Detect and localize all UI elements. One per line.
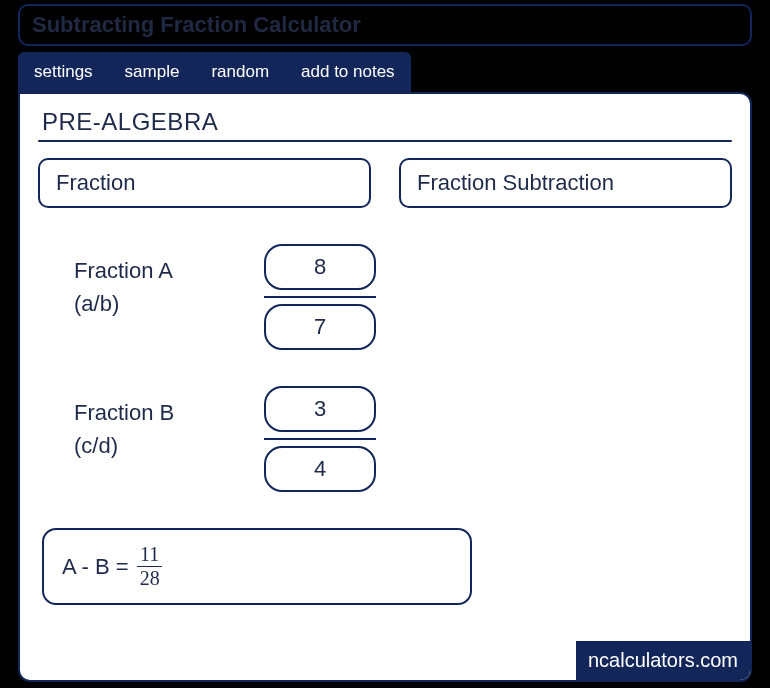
breadcrumb: Fraction Fraction Subtraction bbox=[38, 158, 732, 208]
fraction-a-numerator[interactable] bbox=[264, 244, 376, 290]
fraction-a-hint: (a/b) bbox=[74, 291, 119, 316]
crumb-fraction-subtraction[interactable]: Fraction Subtraction bbox=[399, 158, 732, 208]
fraction-a-denominator[interactable] bbox=[264, 304, 376, 350]
tab-random[interactable]: random bbox=[195, 52, 285, 92]
tab-add-to-notes[interactable]: add to notes bbox=[285, 52, 411, 92]
tab-sample[interactable]: sample bbox=[109, 52, 196, 92]
tab-settings[interactable]: settings bbox=[18, 52, 109, 92]
subject-heading: PRE-ALGEBRA bbox=[42, 108, 732, 136]
brand-badge: ncalculators.com bbox=[576, 641, 750, 680]
fraction-a-inputs bbox=[264, 244, 376, 350]
fraction-b-label-text: Fraction B bbox=[74, 400, 174, 425]
fraction-a-row: Fraction A (a/b) bbox=[74, 244, 732, 350]
fraction-divider bbox=[264, 438, 376, 440]
title-bar: Subtracting Fraction Calculator bbox=[18, 4, 752, 46]
page-title: Subtracting Fraction Calculator bbox=[32, 12, 738, 38]
fraction-b-inputs bbox=[264, 386, 376, 492]
result-box: A - B = 11 28 bbox=[42, 528, 472, 605]
main-panel: PRE-ALGEBRA Fraction Fraction Subtractio… bbox=[18, 92, 752, 682]
fraction-b-label: Fraction B (c/d) bbox=[74, 386, 264, 462]
result-denominator: 28 bbox=[137, 567, 163, 589]
divider bbox=[38, 140, 732, 142]
tabs: settings sample random add to notes bbox=[18, 52, 752, 92]
fraction-b-hint: (c/d) bbox=[74, 433, 118, 458]
result-fraction: 11 28 bbox=[137, 544, 163, 589]
fraction-b-denominator[interactable] bbox=[264, 446, 376, 492]
result-numerator: 11 bbox=[137, 544, 162, 567]
fraction-a-label: Fraction A (a/b) bbox=[74, 244, 264, 320]
fraction-b-numerator[interactable] bbox=[264, 386, 376, 432]
fraction-a-label-text: Fraction A bbox=[74, 258, 173, 283]
fraction-b-row: Fraction B (c/d) bbox=[74, 386, 732, 492]
fraction-divider bbox=[264, 296, 376, 298]
result-label: A - B = bbox=[62, 554, 129, 580]
crumb-fraction[interactable]: Fraction bbox=[38, 158, 371, 208]
